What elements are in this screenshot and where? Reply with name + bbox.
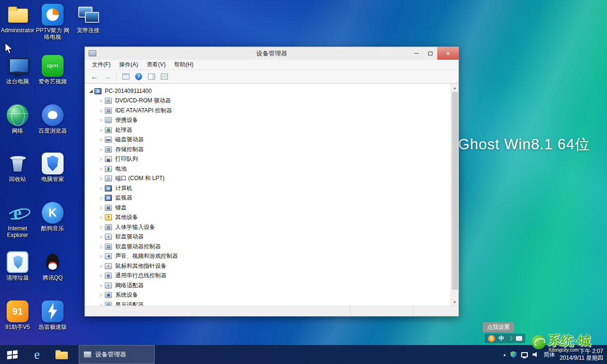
menu-item[interactable]: 查看(V) xyxy=(142,61,170,69)
settings-promo-button[interactable]: 点我设置 xyxy=(483,322,514,332)
device-manager-window: 设备管理器 × 文件(F)操作(A)查看(V)帮助(H) ←→? ◢▣PC-20… xyxy=(84,46,459,317)
expand-arrow-icon[interactable]: ▷ xyxy=(98,157,105,161)
toolbar: ←→? xyxy=(85,70,459,83)
ime-keyboard-icon[interactable] xyxy=(516,336,522,341)
tree-item[interactable]: ▷▬磁盘驱动器 xyxy=(88,135,451,145)
expand-arrow-icon[interactable]: ▷ xyxy=(98,264,105,268)
network-status-icon[interactable] xyxy=(521,352,528,357)
tree-item[interactable]: ▷▦键盘 xyxy=(88,203,451,213)
tree-item[interactable]: ▷▣系统设备 xyxy=(88,291,451,300)
tree-item[interactable]: ▷≡网络适配器 xyxy=(88,281,451,291)
desktop-icon-thunder[interactable]: 迅雷极速版 xyxy=(36,300,70,330)
tree-item[interactable]: ▷▮电池 xyxy=(88,164,451,174)
security-shield-icon[interactable] xyxy=(510,351,516,358)
sogou-logo-icon[interactable]: S xyxy=(488,335,495,342)
tree-item[interactable]: ▷▣计算机 xyxy=(88,183,451,193)
desktop-icon-ie[interactable]: eInternet Explorer xyxy=(0,202,35,238)
tree-item[interactable]: ▷▣监视器 xyxy=(88,193,451,203)
tree-item[interactable]: ▷ψ通用串行总线控制器 xyxy=(88,271,451,281)
expand-arrow-icon[interactable]: ▷ xyxy=(98,176,105,181)
tree-item[interactable]: ▷▥存储控制器 xyxy=(88,145,451,155)
expand-arrow-icon[interactable]: ▷ xyxy=(98,235,105,239)
keyboard-icon: ▦ xyxy=(105,205,112,211)
back-button[interactable]: ← xyxy=(89,72,100,82)
tree-item[interactable]: ▷▢便携设备 xyxy=(88,116,451,126)
tree-root-computer[interactable]: ◢▣PC-201409111400 xyxy=(88,86,451,96)
expand-arrow-icon[interactable]: ▷ xyxy=(98,137,105,142)
action-pane-button[interactable] xyxy=(146,72,157,82)
tree-item[interactable]: ▷▪软盘驱动器 xyxy=(88,232,451,242)
menu-item[interactable]: 文件(F) xyxy=(88,61,115,69)
expand-arrow-icon[interactable]: ▷ xyxy=(98,215,105,219)
tree-item[interactable]: ▷▦处理器 xyxy=(88,125,451,135)
tree-item[interactable]: ▷▄打印队列 xyxy=(88,155,451,164)
expand-arrow-icon[interactable]: ▷ xyxy=(98,303,105,306)
expand-arrow-icon[interactable]: ▷ xyxy=(98,109,105,113)
desktop-icon-administrator[interactable]: Administrator xyxy=(0,4,35,34)
desktop-icon-clean[interactable]: 清理垃圾 xyxy=(0,251,35,281)
desktop-icon-this-pc[interactable]: 这台电脑 xyxy=(0,55,35,85)
expand-arrow-icon[interactable]: ▷ xyxy=(98,167,105,171)
scroll-down-icon[interactable]: ▼ xyxy=(451,298,459,306)
desktop-icon-network[interactable]: 网络 xyxy=(0,104,35,134)
tree-item[interactable]: ▷▥显示适配器 xyxy=(88,300,451,306)
menu-item[interactable]: 帮助(H) xyxy=(170,61,198,69)
desktop-icon-qq[interactable]: 腾讯QQ xyxy=(36,251,70,281)
tree-item[interactable]: ▷▧人体学输入设备 xyxy=(88,222,451,232)
expand-arrow-icon[interactable]: ▷ xyxy=(98,273,105,278)
ime-status-bar[interactable]: S 中 ☽ xyxy=(485,334,525,343)
expand-arrow-icon[interactable]: ▷ xyxy=(98,196,105,200)
moon-icon[interactable]: ☽ xyxy=(507,335,513,342)
desktop-icon-kugou[interactable]: K酷狗音乐 xyxy=(36,202,70,232)
desktop-icon-broadband[interactable]: 宽带连接 xyxy=(71,4,105,34)
tree-item[interactable]: ▷▤IDE ATA/ATAPI 控制器 xyxy=(88,106,451,116)
expand-arrow-icon[interactable]: ▷ xyxy=(98,206,105,210)
tree-item[interactable]: ▷◄声音、视频和游戏控制器 xyxy=(88,252,451,262)
expand-arrow-icon[interactable]: ▷ xyxy=(98,283,105,288)
scroll-up-icon[interactable]: ▲ xyxy=(451,84,459,91)
floppy-controller-icon: ▤ xyxy=(105,244,112,250)
tree-item[interactable]: ▷▤软盘驱动器控制器 xyxy=(88,242,451,252)
help-button[interactable]: ? xyxy=(133,72,144,82)
minimize-button[interactable] xyxy=(410,47,423,60)
tree-item[interactable]: ▷◗鼠标和其他指针设备 xyxy=(88,261,451,271)
vertical-scrollbar[interactable]: ▲ ▼ xyxy=(451,84,459,306)
taskbar-ie-button[interactable]: e xyxy=(25,345,49,364)
desktop-icon-pc-manager[interactable]: 电脑管家 xyxy=(36,153,70,182)
expand-arrow-icon[interactable]: ▷ xyxy=(98,118,105,122)
forward-button[interactable]: → xyxy=(101,72,113,82)
expand-arrow-icon[interactable]: ▷ xyxy=(98,293,105,297)
tray-expand-icon[interactable]: ▴ xyxy=(504,352,506,357)
maximize-button[interactable] xyxy=(423,47,437,60)
taskbar-device-manager-button[interactable]: 设备管理器 xyxy=(79,345,155,364)
tree-item[interactable]: ▷▯端口 (COM 和 LPT) xyxy=(88,174,451,184)
expand-arrow-icon[interactable]: ▷ xyxy=(98,186,105,191)
expand-arrow-icon[interactable]: ▷ xyxy=(98,128,105,132)
expand-arrow-icon[interactable]: ▷ xyxy=(98,147,105,152)
monitor-icon: ▣ xyxy=(105,195,112,201)
devices-list-button[interactable] xyxy=(158,72,170,82)
expand-arrow-icon[interactable]: ▷ xyxy=(98,99,105,103)
desktop-icon-iqiyi[interactable]: iQIYI爱奇艺视频 xyxy=(36,55,70,85)
desktop-icon-baidu[interactable]: 百度浏览器 xyxy=(36,104,70,134)
ime-mode-indicator[interactable]: 中 xyxy=(498,335,504,343)
disk-drive-icon: ▬ xyxy=(105,136,112,143)
desktop-icon-assistant91[interactable]: 9191助手V5 xyxy=(0,300,35,330)
start-button[interactable] xyxy=(0,345,25,364)
scrollbar-track[interactable] xyxy=(451,91,459,298)
show-console-tree-button[interactable] xyxy=(120,72,131,82)
expand-arrow-icon[interactable]: ▷ xyxy=(98,225,105,229)
menu-item[interactable]: 操作(A) xyxy=(115,61,142,69)
mouse-icon: ◗ xyxy=(105,263,112,269)
window-titlebar[interactable]: 设备管理器 × xyxy=(85,47,459,60)
expand-arrow-icon[interactable]: ▷ xyxy=(98,254,105,258)
scrollbar-thumb[interactable] xyxy=(452,92,458,290)
taskbar-explorer-button[interactable] xyxy=(49,345,74,364)
desktop-icon-recycle[interactable]: 回收站 xyxy=(0,153,35,182)
desktop-icon-pptv[interactable]: PPTV聚力 网络电视 xyxy=(36,4,70,40)
expand-arrow-icon[interactable]: ▷ xyxy=(98,245,105,249)
tree-item[interactable]: ▷?其他设备 xyxy=(88,213,451,223)
collapse-arrow-icon[interactable]: ◢ xyxy=(88,89,94,93)
tree-item[interactable]: ▷◎DVD/CD-ROM 驱动器 xyxy=(88,96,451,106)
close-button[interactable]: × xyxy=(437,47,459,60)
